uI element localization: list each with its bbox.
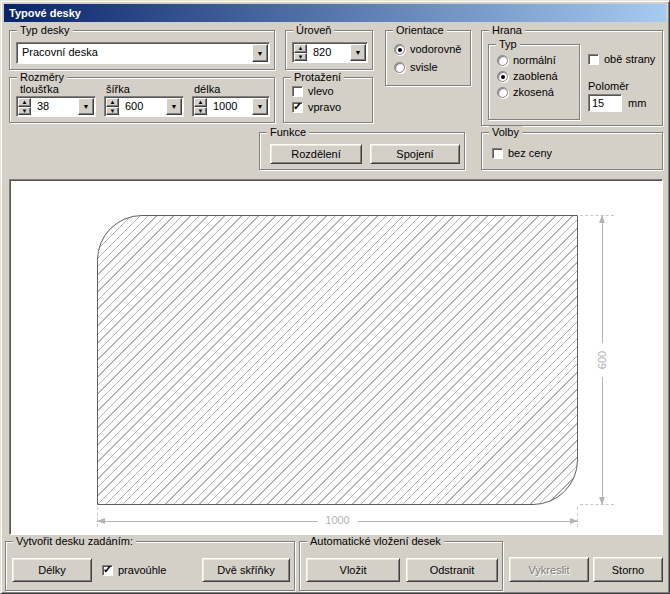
check-icon: ✓ [103,563,112,576]
dimension-line-height: 600 [602,215,603,505]
drawing-canvas: 1000 600 [9,179,663,535]
checkbox-bez-ceny[interactable]: bez ceny [492,147,552,159]
sirka-label: šířka [106,83,130,95]
group-rozmery-label: Rozměry [17,71,67,83]
checkbox-icon[interactable] [588,54,599,65]
delka-spinner-combo[interactable]: ▲ ▼ 1000 ▼ [192,96,270,117]
tloustka-spinner-combo[interactable]: ▲ ▼ 38 ▼ [16,96,96,117]
group-rozmery: Rozměry tloušťka šířka délka ▲ ▼ 38 ▼ ▲ … [9,77,275,123]
group-hrana-typ-label: Typ [496,38,520,50]
extension-line [580,215,614,216]
radio-label: zaoblená [513,70,558,82]
dimension-line-width: 1000 [97,521,578,522]
spin-up-button[interactable]: ▲ [106,98,119,107]
chevron-down-icon: ▼ [355,49,362,56]
uroven-value: 820 [308,43,349,62]
spojeni-button[interactable]: Spojení [370,144,460,164]
polomer-unit-label: mm [628,97,646,109]
checkbox-icon[interactable] [292,86,303,97]
uroven-spinner-combo[interactable]: ▲ ▼ 820 ▼ [292,42,368,63]
polomer-input[interactable] [588,94,622,112]
checkbox-vpravo[interactable]: ✓ vpravo [292,101,341,113]
radio-vodorovne[interactable]: vodorovně [394,43,461,55]
check-icon: ✓ [293,100,302,113]
group-vytvorit-desku: Vytvořit desku zadáním: Délky ✓ pravoúhl… [5,541,295,591]
arrow-down-icon: ▼ [198,108,204,114]
radio-icon[interactable] [497,71,508,82]
radio-zaoblena[interactable]: zaoblená [497,70,558,82]
dropdown-button[interactable]: ▼ [252,44,268,62]
extension-line [97,507,98,527]
sirka-spinner-combo[interactable]: ▲ ▼ 600 ▼ [104,96,184,117]
spin-down-button[interactable]: ▼ [194,107,207,116]
checkbox-icon[interactable]: ✓ [292,102,303,113]
dropdown-button[interactable]: ▼ [166,98,182,115]
spin-down-button[interactable]: ▼ [18,107,31,116]
radio-icon[interactable] [497,55,508,66]
spin-down-button[interactable]: ▼ [106,107,119,116]
radio-zkosena[interactable]: zkosená [497,86,554,98]
arrow-up-icon: ▲ [298,45,304,51]
delka-label: délka [194,83,220,95]
radio-label: svisle [410,61,438,73]
checkbox-label: vpravo [308,101,341,113]
typ-desky-combobox[interactable]: Pracovní deska ▼ [16,42,270,64]
radio-svisle[interactable]: svisle [394,61,438,73]
group-hrana-typ: Typ normální zaoblená zkosená [488,44,580,120]
title-bar[interactable]: Typové desky [4,4,666,22]
delka-value: 1000 [208,97,251,116]
spin-up-button[interactable]: ▲ [294,44,307,53]
storno-button[interactable]: Storno [593,557,663,582]
dimension-height-label: 600 [596,343,608,377]
dropdown-button[interactable]: ▼ [252,98,268,115]
dve-skrinky-button[interactable]: Dvě skříňky [202,558,290,582]
radio-icon[interactable] [394,44,405,55]
typ-desky-combobox-value: Pracovní deska [17,43,251,63]
chevron-down-icon: ▼ [171,103,178,110]
checkbox-icon[interactable] [492,148,503,159]
vlozit-button[interactable]: Vložit [306,558,400,582]
dimension-width-label: 1000 [317,514,357,526]
spin-down-button[interactable]: ▼ [294,53,307,62]
extension-line [577,507,578,527]
dropdown-button[interactable]: ▼ [78,98,94,115]
group-vytvorit-desku-label: Vytvořit desku zadáním: [13,535,136,547]
spin-up-button[interactable]: ▲ [194,98,207,107]
dialog-window: { "window": { "title": "Typové desky" },… [0,0,670,594]
group-orientace: Orientace vodorovně svisle [385,30,471,86]
checkbox-label: vlevo [308,85,334,97]
radio-normalni[interactable]: normální [497,54,556,66]
spinner: ▲ ▼ [18,98,31,115]
group-volby-label: Volby [489,126,522,138]
dropdown-button[interactable]: ▼ [350,44,366,61]
radio-label: normální [513,54,556,66]
extension-line [580,504,614,505]
group-typ-desky: Typ desky Pracovní deska ▼ [9,30,275,70]
delky-button[interactable]: Délky [12,558,92,582]
arrow-up-icon: ▲ [110,99,116,105]
radio-icon[interactable] [497,87,508,98]
spinner: ▲ ▼ [106,98,119,115]
group-funkce-label: Funkce [267,126,309,138]
spin-up-button[interactable]: ▲ [18,98,31,107]
odstranit-button[interactable]: Odstranit [406,558,498,582]
polomer-label: Poloměr [588,80,629,92]
checkbox-vlevo[interactable]: vlevo [292,85,334,97]
window-title: Typové desky [9,7,81,19]
vykreslit-button: Vykreslit [509,557,589,582]
group-automaticke-vlozeni: Automatické vložení desek Vložit Odstran… [299,541,503,591]
checkbox-icon[interactable]: ✓ [102,565,113,576]
arrow-down-icon: ▼ [110,108,116,114]
arrow-down-icon: ▼ [22,108,28,114]
group-uroven: Úroveň ▲ ▼ 820 ▼ [285,30,373,70]
checkbox-obe-strany[interactable]: obě strany [588,53,655,65]
chevron-down-icon: ▼ [257,50,264,57]
radio-icon[interactable] [394,62,405,73]
arrow-down-icon: ▼ [298,54,304,60]
group-uroven-label: Úroveň [293,24,334,36]
board-shape [97,215,578,505]
checkbox-pravouhle[interactable]: ✓ pravoúhle [102,564,166,576]
rozdeleni-button[interactable]: Rozdělení [270,144,362,164]
checkbox-label: pravoúhle [118,564,166,576]
chevron-down-icon: ▼ [83,103,90,110]
